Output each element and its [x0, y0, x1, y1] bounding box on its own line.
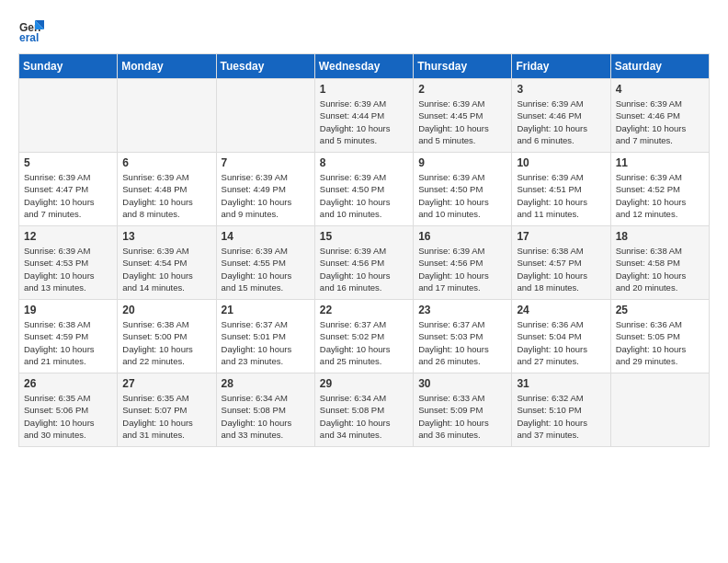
day-number: 11 [616, 156, 704, 169]
day-number: 16 [418, 230, 506, 243]
day-cell: 28Sunrise: 6:34 AMSunset: 5:08 PMDayligh… [216, 373, 314, 447]
day-cell [216, 79, 314, 153]
day-cell: 4Sunrise: 6:39 AMSunset: 4:46 PMDaylight… [610, 79, 709, 153]
day-cell: 19Sunrise: 6:38 AMSunset: 4:59 PMDayligh… [19, 300, 118, 373]
day-number: 2 [418, 83, 506, 96]
weekday-header-row: SundayMondayTuesdayWednesdayThursdayFrid… [19, 54, 710, 79]
weekday-header-friday: Friday [512, 54, 610, 79]
day-number: 3 [517, 83, 605, 96]
day-info: Sunrise: 6:34 AMSunset: 5:08 PMDaylight:… [320, 392, 408, 441]
day-info: Sunrise: 6:35 AMSunset: 5:06 PMDaylight:… [24, 392, 112, 441]
day-info: Sunrise: 6:39 AMSunset: 4:51 PMDaylight:… [517, 171, 605, 220]
page: Gen eral SundayMondayTuesdayWednesdayThu… [0, 0, 728, 456]
day-number: 12 [24, 230, 112, 243]
day-number: 28 [222, 377, 310, 390]
header-area: Gen eral [18, 17, 710, 42]
day-info: Sunrise: 6:39 AMSunset: 4:50 PMDaylight:… [418, 171, 506, 220]
day-number: 22 [320, 304, 408, 316]
day-info: Sunrise: 6:37 AMSunset: 5:02 PMDaylight:… [320, 318, 408, 367]
day-number: 23 [418, 304, 506, 316]
day-number: 10 [517, 156, 605, 169]
day-cell [610, 373, 709, 447]
day-cell [118, 79, 216, 153]
day-info: Sunrise: 6:34 AMSunset: 5:08 PMDaylight:… [222, 392, 310, 441]
day-info: Sunrise: 6:39 AMSunset: 4:53 PMDaylight:… [24, 245, 112, 293]
day-number: 27 [122, 377, 210, 390]
weekday-header-tuesday: Tuesday [216, 54, 314, 79]
day-number: 24 [517, 304, 605, 316]
day-info: Sunrise: 6:39 AMSunset: 4:45 PMDaylight:… [418, 98, 506, 146]
day-info: Sunrise: 6:37 AMSunset: 5:03 PMDaylight:… [418, 318, 506, 367]
day-cell: 16Sunrise: 6:39 AMSunset: 4:56 PMDayligh… [414, 226, 512, 300]
day-cell: 12Sunrise: 6:39 AMSunset: 4:53 PMDayligh… [19, 226, 118, 300]
day-info: Sunrise: 6:32 AMSunset: 5:10 PMDaylight:… [517, 392, 605, 441]
calendar-table: SundayMondayTuesdayWednesdayThursdayFrid… [18, 53, 710, 447]
day-number: 18 [616, 230, 704, 243]
logo: Gen eral [18, 17, 48, 42]
day-cell: 1Sunrise: 6:39 AMSunset: 4:44 PMDaylight… [314, 79, 413, 153]
day-cell [19, 79, 118, 153]
day-number: 14 [222, 230, 310, 243]
day-cell: 15Sunrise: 6:39 AMSunset: 4:56 PMDayligh… [314, 226, 413, 300]
day-number: 31 [517, 377, 605, 390]
day-cell: 22Sunrise: 6:37 AMSunset: 5:02 PMDayligh… [314, 300, 413, 373]
day-info: Sunrise: 6:38 AMSunset: 4:58 PMDaylight:… [616, 245, 704, 293]
day-info: Sunrise: 6:37 AMSunset: 5:01 PMDaylight:… [222, 318, 310, 367]
day-info: Sunrise: 6:36 AMSunset: 5:04 PMDaylight:… [517, 318, 605, 367]
day-cell: 8Sunrise: 6:39 AMSunset: 4:50 PMDaylight… [314, 153, 413, 226]
weekday-header-monday: Monday [118, 54, 216, 79]
day-number: 9 [418, 156, 506, 169]
day-number: 17 [517, 230, 605, 243]
week-row-3: 12Sunrise: 6:39 AMSunset: 4:53 PMDayligh… [19, 226, 710, 300]
day-cell: 10Sunrise: 6:39 AMSunset: 4:51 PMDayligh… [512, 153, 610, 226]
week-row-1: 1Sunrise: 6:39 AMSunset: 4:44 PMDaylight… [19, 79, 710, 153]
day-number: 4 [616, 83, 704, 96]
day-info: Sunrise: 6:39 AMSunset: 4:48 PMDaylight:… [122, 171, 210, 220]
day-cell: 29Sunrise: 6:34 AMSunset: 5:08 PMDayligh… [314, 373, 413, 447]
day-info: Sunrise: 6:33 AMSunset: 5:09 PMDaylight:… [418, 392, 506, 441]
day-number: 21 [222, 304, 310, 316]
day-number: 13 [122, 230, 210, 243]
day-cell: 2Sunrise: 6:39 AMSunset: 4:45 PMDaylight… [414, 79, 512, 153]
week-row-5: 26Sunrise: 6:35 AMSunset: 5:06 PMDayligh… [19, 373, 710, 447]
day-number: 25 [616, 304, 704, 316]
day-number: 6 [122, 156, 210, 169]
logo-icon: Gen eral [18, 17, 44, 42]
day-cell: 20Sunrise: 6:38 AMSunset: 5:00 PMDayligh… [118, 300, 216, 373]
weekday-header-thursday: Thursday [414, 54, 512, 79]
day-number: 29 [320, 377, 408, 390]
day-cell: 26Sunrise: 6:35 AMSunset: 5:06 PMDayligh… [19, 373, 118, 447]
day-info: Sunrise: 6:39 AMSunset: 4:49 PMDaylight:… [222, 171, 310, 220]
day-cell: 17Sunrise: 6:38 AMSunset: 4:57 PMDayligh… [512, 226, 610, 300]
week-row-2: 5Sunrise: 6:39 AMSunset: 4:47 PMDaylight… [19, 153, 710, 226]
day-cell: 23Sunrise: 6:37 AMSunset: 5:03 PMDayligh… [414, 300, 512, 373]
day-info: Sunrise: 6:39 AMSunset: 4:44 PMDaylight:… [320, 98, 408, 146]
day-number: 5 [24, 156, 112, 169]
day-number: 1 [320, 83, 408, 96]
day-number: 15 [320, 230, 408, 243]
day-number: 8 [320, 156, 408, 169]
day-number: 30 [418, 377, 506, 390]
day-info: Sunrise: 6:39 AMSunset: 4:52 PMDaylight:… [616, 171, 704, 220]
day-cell: 31Sunrise: 6:32 AMSunset: 5:10 PMDayligh… [512, 373, 610, 447]
day-cell: 7Sunrise: 6:39 AMSunset: 4:49 PMDaylight… [216, 153, 314, 226]
day-cell: 9Sunrise: 6:39 AMSunset: 4:50 PMDaylight… [414, 153, 512, 226]
day-info: Sunrise: 6:38 AMSunset: 5:00 PMDaylight:… [122, 318, 210, 367]
day-cell: 3Sunrise: 6:39 AMSunset: 4:46 PMDaylight… [512, 79, 610, 153]
svg-text:eral: eral [19, 31, 39, 42]
day-info: Sunrise: 6:39 AMSunset: 4:46 PMDaylight:… [517, 98, 605, 146]
day-cell: 24Sunrise: 6:36 AMSunset: 5:04 PMDayligh… [512, 300, 610, 373]
day-info: Sunrise: 6:35 AMSunset: 5:07 PMDaylight:… [122, 392, 210, 441]
day-number: 20 [122, 304, 210, 316]
day-info: Sunrise: 6:39 AMSunset: 4:47 PMDaylight:… [24, 171, 112, 220]
day-cell: 21Sunrise: 6:37 AMSunset: 5:01 PMDayligh… [216, 300, 314, 373]
day-cell: 6Sunrise: 6:39 AMSunset: 4:48 PMDaylight… [118, 153, 216, 226]
weekday-header-wednesday: Wednesday [314, 54, 413, 79]
day-info: Sunrise: 6:39 AMSunset: 4:55 PMDaylight:… [222, 245, 310, 293]
day-info: Sunrise: 6:39 AMSunset: 4:50 PMDaylight:… [320, 171, 408, 220]
day-number: 7 [222, 156, 310, 169]
day-cell: 14Sunrise: 6:39 AMSunset: 4:55 PMDayligh… [216, 226, 314, 300]
week-row-4: 19Sunrise: 6:38 AMSunset: 4:59 PMDayligh… [19, 300, 710, 373]
day-info: Sunrise: 6:39 AMSunset: 4:46 PMDaylight:… [616, 98, 704, 146]
day-cell: 18Sunrise: 6:38 AMSunset: 4:58 PMDayligh… [610, 226, 709, 300]
